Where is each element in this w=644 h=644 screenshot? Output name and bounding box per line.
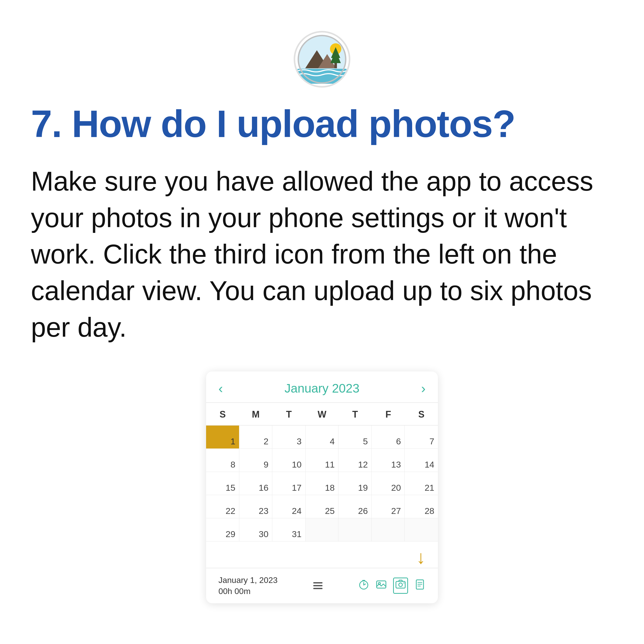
day-header-sun: S	[206, 403, 239, 425]
day-cell-16[interactable]: 16	[239, 472, 273, 495]
day-header-thu: T	[338, 403, 372, 425]
day-cell-27[interactable]: 27	[372, 495, 405, 518]
app-logo	[294, 31, 350, 88]
day-cell-13[interactable]: 13	[372, 449, 405, 472]
day-cell-28[interactable]: 28	[405, 495, 438, 518]
day-cell-3[interactable]: 3	[272, 426, 306, 449]
day-cell-2[interactable]: 2	[239, 426, 273, 449]
day-cell-20[interactable]: 20	[372, 472, 405, 495]
page-container: 7. How do I upload photos? Make sure you…	[0, 0, 644, 644]
day-cell-29[interactable]: 29	[206, 518, 239, 541]
day-cell-12[interactable]: 12	[338, 449, 372, 472]
day-header-sat: S	[405, 403, 438, 425]
day-cell-empty-1	[306, 518, 339, 541]
calendar-wrapper: ‹ January 2023 › S M T W T F S 1	[31, 371, 613, 603]
day-cell-empty-3	[372, 518, 405, 541]
day-headers: S M T W T F S	[206, 403, 438, 426]
calendar-card: ‹ January 2023 › S M T W T F S 1	[206, 371, 438, 603]
day-cell-6[interactable]: 6	[372, 426, 405, 449]
day-cell-26[interactable]: 26	[338, 495, 372, 518]
day-header-wed: W	[306, 403, 339, 425]
bottom-toolbar-icons	[358, 578, 426, 594]
day-cell-31[interactable]: 31	[272, 518, 306, 541]
day-cell-23[interactable]: 23	[239, 495, 273, 518]
day-cell-4[interactable]: 4	[306, 426, 339, 449]
calendar-grid: S M T W T F S 1 2 3 4 5 6	[206, 403, 438, 541]
day-cell-8[interactable]: 8	[206, 449, 239, 472]
upload-photo-icon[interactable]	[393, 578, 408, 594]
day-header-mon: M	[239, 403, 273, 425]
svg-point-16	[399, 583, 402, 587]
month-title: January 2023	[285, 381, 360, 395]
logo-container	[31, 31, 613, 88]
day-cell-19[interactable]: 19	[338, 472, 372, 495]
selected-time-label: 00h 00m	[218, 587, 278, 596]
bottom-info-row: January 1, 2023 00h 00m	[206, 568, 438, 603]
notes-icon[interactable]	[414, 579, 426, 592]
day-cell-11[interactable]: 11	[306, 449, 339, 472]
day-cell-17[interactable]: 17	[272, 472, 306, 495]
date-time-block: January 1, 2023 00h 00m	[218, 575, 278, 596]
day-header-tue: T	[272, 403, 306, 425]
selected-date-label: January 1, 2023	[218, 575, 278, 585]
day-cell-24[interactable]: 24	[272, 495, 306, 518]
svg-rect-13	[377, 581, 386, 588]
day-cell-empty-2	[338, 518, 372, 541]
day-cell-22[interactable]: 22	[206, 495, 239, 518]
download-arrow-row: ↓	[206, 541, 438, 568]
calendar-header: ‹ January 2023 ›	[206, 371, 438, 403]
svg-rect-15	[396, 581, 405, 588]
timer-icon[interactable]	[358, 579, 369, 592]
body-text: Make sure you have allowed the app to ac…	[31, 163, 613, 346]
download-arrow-icon: ↓	[416, 547, 426, 568]
day-cell-21[interactable]: 21	[405, 472, 438, 495]
next-month-button[interactable]: ›	[421, 381, 426, 396]
day-cell-18[interactable]: 18	[306, 472, 339, 495]
day-cell-30[interactable]: 30	[239, 518, 273, 541]
svg-rect-4	[334, 63, 337, 68]
day-cell-25[interactable]: 25	[306, 495, 339, 518]
day-cell-5[interactable]: 5	[338, 426, 372, 449]
day-cell-empty-4	[405, 518, 438, 541]
page-title: 7. How do I upload photos?	[31, 103, 515, 145]
day-cell-1[interactable]: 1	[206, 426, 239, 449]
day-cell-10[interactable]: 10	[272, 449, 306, 472]
day-cell-9[interactable]: 9	[239, 449, 273, 472]
prev-month-button[interactable]: ‹	[218, 381, 223, 396]
day-cell-14[interactable]: 14	[405, 449, 438, 472]
day-header-fri: F	[372, 403, 405, 425]
photo-icon[interactable]	[376, 579, 387, 592]
day-cell-15[interactable]: 15	[206, 472, 239, 495]
menu-icon[interactable]	[313, 582, 323, 589]
day-cell-7[interactable]: 7	[405, 426, 438, 449]
days-grid: 1 2 3 4 5 6 7 8 9 10 11 12 13 14	[206, 426, 438, 541]
